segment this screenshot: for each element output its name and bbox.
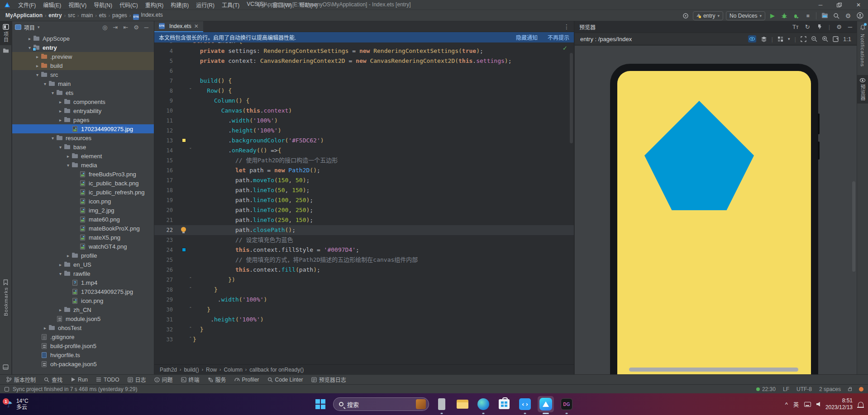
- touch-keyboard-icon[interactable]: [804, 402, 811, 407]
- line-separator[interactable]: LF: [783, 386, 789, 392]
- tree-item[interactable]: ▸ohosTest: [12, 323, 154, 332]
- file-encoding[interactable]: UTF-8: [796, 386, 812, 392]
- tree-item[interactable]: watchGT4.png: [12, 242, 154, 251]
- tree-item[interactable]: 1702344909275.jpg: [12, 287, 154, 296]
- bookmarks-tool-button[interactable]: Bookmarks: [0, 277, 11, 319]
- phone-link-app[interactable]: [434, 396, 450, 412]
- notifications-tool-button[interactable]: Notifications: [857, 21, 868, 70]
- caret-position[interactable]: 22:30: [762, 386, 776, 392]
- fold-marker-icon[interactable]: ˆ: [189, 285, 192, 295]
- run-button[interactable]: ▶: [768, 11, 777, 20]
- code-line[interactable]: 15 // 使用Path2D的接口构造一个五边形: [154, 156, 574, 165]
- device-manager-icon[interactable]: [681, 11, 690, 20]
- intention-bulb-icon[interactable]: [181, 227, 186, 232]
- line-number[interactable]: 33: [154, 335, 177, 344]
- edit-breadcrumb-item[interactable]: Row: [206, 367, 217, 373]
- tree-item[interactable]: mateX5.png: [12, 233, 154, 242]
- tree-item[interactable]: hvigorfile.ts: [12, 350, 154, 359]
- tree-item[interactable]: icon.png: [12, 197, 154, 206]
- code-line[interactable]: 31 .height('100%'): [154, 315, 574, 325]
- tab-options-icon[interactable]: ⋮: [563, 23, 570, 30]
- tool-window-button-info[interactable]: 问题: [151, 375, 176, 384]
- tree-chevron-icon[interactable]: ▾: [57, 271, 64, 276]
- tree-chevron-icon[interactable]: ▾: [57, 145, 64, 150]
- code-line[interactable]: 27ˆ }): [154, 275, 574, 285]
- tree-chevron-icon[interactable]: ▸: [57, 108, 64, 113]
- code-line[interactable]: 19 path.lineTo(100, 250);: [154, 195, 574, 205]
- tree-item[interactable]: ▸profile: [12, 251, 154, 260]
- code-line[interactable]: 14ˇ .onReady(() =>{: [154, 146, 574, 156]
- tree-chevron-icon[interactable]: ▸: [41, 325, 49, 330]
- code-line[interactable]: 23 // 设定填充色为蓝色: [154, 235, 574, 245]
- settings-gear-icon[interactable]: ⚙: [844, 11, 853, 20]
- line-number[interactable]: 29: [154, 295, 177, 305]
- menu-item[interactable]: 运行(R): [192, 0, 218, 9]
- tool-window-button-search[interactable]: Code Linter: [264, 376, 307, 384]
- phone-screen[interactable]: [617, 71, 811, 374]
- line-number[interactable]: 16: [154, 165, 177, 175]
- line-number[interactable]: 18: [154, 185, 177, 195]
- hide-previewer-icon[interactable]: ─: [848, 24, 852, 30]
- code-line[interactable]: 16 let path = new Path2D();: [154, 165, 574, 175]
- tree-item[interactable]: ▾main: [12, 79, 154, 88]
- code-line[interactable]: 11 .width('100%'): [154, 116, 574, 126]
- line-number[interactable]: 21: [154, 215, 177, 225]
- folder-tool-button[interactable]: [0, 45, 11, 56]
- maximize-button[interactable]: [830, 0, 849, 10]
- line-number[interactable]: 13: [154, 136, 177, 146]
- chevron-down-icon[interactable]: ▾: [788, 37, 790, 41]
- deveco-studio-app[interactable]: [538, 396, 554, 412]
- tree-item[interactable]: ▸entryability: [12, 106, 154, 115]
- debug-button[interactable]: [780, 11, 789, 20]
- panel-settings-gear-icon[interactable]: ⚙: [131, 24, 142, 31]
- tool-window-button-log[interactable]: 预览器日志: [308, 375, 350, 384]
- tree-chevron-icon[interactable]: ▸: [64, 253, 72, 258]
- tree-chevron-icon[interactable]: ▸: [33, 63, 41, 68]
- tree-chevron-icon[interactable]: ▾: [49, 90, 57, 95]
- fold-marker-icon[interactable]: ˇ: [189, 146, 192, 156]
- previewer-tool-button[interactable]: 预览器: [857, 75, 868, 104]
- line-number[interactable]: 17: [154, 175, 177, 185]
- line-number[interactable]: 32: [154, 325, 177, 335]
- zoom-in-icon[interactable]: [822, 36, 828, 42]
- tree-item[interactable]: ▸.preview: [12, 52, 154, 61]
- hide-notification-link[interactable]: 隐藏通知: [516, 33, 538, 41]
- tree-item[interactable]: mateBookProX.png: [12, 224, 154, 233]
- refresh-icon[interactable]: ↻: [805, 24, 810, 30]
- tree-chevron-icon[interactable]: ▸: [64, 154, 72, 159]
- menu-item[interactable]: 工具(T): [218, 0, 243, 9]
- collapse-all-icon[interactable]: ⇥: [110, 24, 120, 31]
- line-number[interactable]: 8: [154, 86, 177, 96]
- tree-chevron-icon[interactable]: ▾: [33, 72, 41, 77]
- tree-item[interactable]: 1.mp4: [12, 278, 154, 287]
- tree-item[interactable]: ▾src: [12, 70, 154, 79]
- line-number[interactable]: 20: [154, 205, 177, 215]
- previewer-scrollbar[interactable]: [852, 181, 855, 272]
- code-line[interactable]: 24 this.context.fillStyle = '#0097D4';: [154, 245, 574, 255]
- weather-widget[interactable]: ☂ 1 14°C 多云: [5, 398, 29, 410]
- stop-button[interactable]: ■: [803, 11, 812, 20]
- breadcrumb-item[interactable]: pages: [111, 12, 128, 19]
- tree-item[interactable]: module.json5: [12, 314, 154, 323]
- line-number[interactable]: 28: [154, 285, 177, 295]
- menu-item[interactable]: 视图(V): [65, 0, 90, 9]
- breadcrumb-item[interactable]: ETSIndex.ets: [132, 12, 164, 19]
- search-icon[interactable]: [832, 11, 841, 20]
- notification-bell-icon[interactable]: [858, 402, 863, 407]
- tree-item[interactable]: 1702344909275.jpg: [12, 124, 154, 133]
- breadcrumb-item[interactable]: entry: [48, 12, 62, 19]
- indent-setting[interactable]: 2 spaces: [819, 386, 841, 392]
- tree-item[interactable]: ▸components: [12, 97, 154, 106]
- color-swatch[interactable]: [182, 248, 186, 252]
- edit-breadcrumb-item[interactable]: Path2d: [160, 367, 177, 373]
- code-line[interactable]: 8ˇ Row() {: [154, 86, 574, 96]
- code-line[interactable]: 3struct Index {: [154, 42, 574, 46]
- menu-item[interactable]: 编辑(E): [39, 0, 65, 9]
- tree-chevron-icon[interactable]: ▸: [33, 54, 41, 59]
- dont-show-again-link[interactable]: 不再提示: [548, 33, 569, 41]
- breadcrumb-item[interactable]: main: [80, 12, 94, 19]
- breadcrumb-item[interactable]: ets: [98, 12, 107, 19]
- ime-language-indicator[interactable]: 英: [793, 401, 799, 408]
- tree-item[interactable]: ic_public_back.png: [12, 179, 154, 188]
- tool-window-button-profiler[interactable]: Profiler: [231, 376, 263, 384]
